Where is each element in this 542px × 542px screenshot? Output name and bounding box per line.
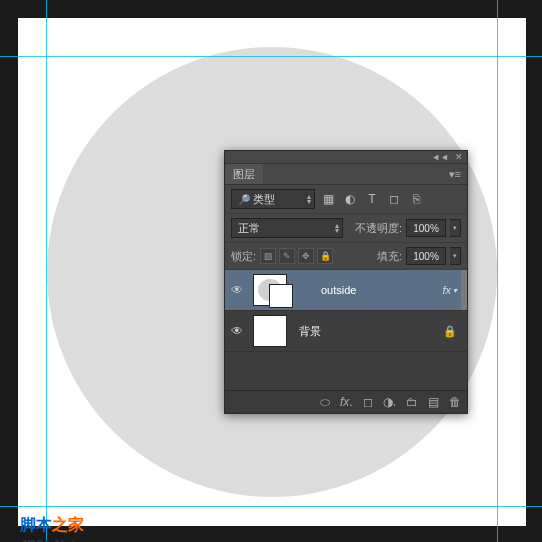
lock-label: 锁定:: [231, 249, 256, 264]
layer-name[interactable]: outside: [321, 284, 442, 296]
group-icon[interactable]: 🗀: [406, 395, 418, 409]
blend-mode-value: 正常: [238, 221, 260, 236]
new-layer-icon[interactable]: ▤: [428, 395, 439, 409]
guide-vertical-right[interactable]: [497, 0, 498, 542]
filter-shape-icon[interactable]: ◻: [385, 190, 403, 208]
layers-empty-space: [225, 352, 467, 390]
visibility-icon[interactable]: 👁: [225, 324, 249, 338]
layer-fx-indicator[interactable]: fx▾: [442, 284, 457, 296]
blend-mode-select[interactable]: 正常 ▴▾: [231, 218, 343, 238]
layers-list: 👁 outside fx▾ 👁 背景 🔒: [225, 270, 467, 390]
delete-layer-icon[interactable]: 🗑: [449, 395, 461, 409]
lock-buttons: ▨ ✎ ✥ 🔒: [260, 248, 333, 264]
filter-label: 类型: [253, 192, 275, 207]
layer-mask-icon[interactable]: ◻: [363, 395, 373, 409]
fill-label: 填充:: [377, 249, 402, 264]
search-icon: 🔎: [238, 194, 250, 205]
layer-thumbnail[interactable]: [253, 315, 287, 347]
panel-tabs: 图层 ▾≡: [225, 164, 467, 185]
adjustment-layer-icon[interactable]: ◑.: [383, 395, 396, 409]
layers-scrollbar[interactable]: [461, 270, 467, 310]
layer-style-icon[interactable]: fx.: [340, 395, 353, 409]
guide-vertical-left[interactable]: [46, 0, 47, 542]
lock-all-icon[interactable]: 🔒: [317, 248, 333, 264]
filter-pixel-icon[interactable]: ▦: [319, 190, 337, 208]
lock-transparent-icon[interactable]: ▨: [260, 248, 276, 264]
layers-panel: ◄◄ ✕ 图层 ▾≡ 🔎 类型 ▴▾ ▦ ◐ T ◻ ⎘ 正常 ▴▾ 不透明度:…: [224, 150, 468, 414]
layer-row[interactable]: 👁 outside fx▾: [225, 270, 467, 311]
guide-horizontal-bottom[interactable]: [0, 506, 542, 507]
watermark-text: 脚本之家: [20, 515, 84, 536]
filter-smart-icon[interactable]: ⎘: [407, 190, 425, 208]
layer-row[interactable]: 👁 背景 🔒: [225, 311, 467, 352]
lock-pixels-icon[interactable]: ✎: [279, 248, 295, 264]
layer-name[interactable]: 背景: [299, 324, 443, 339]
opacity-label: 不透明度:: [355, 221, 402, 236]
filter-type-icon[interactable]: T: [363, 190, 381, 208]
lock-position-icon[interactable]: ✥: [298, 248, 314, 264]
tab-layers[interactable]: 图层: [225, 164, 263, 184]
panel-header-controls: ◄◄ ✕: [225, 151, 467, 164]
filter-row: 🔎 类型 ▴▾ ▦ ◐ T ◻ ⎘: [225, 185, 467, 214]
visibility-icon[interactable]: 👁: [225, 283, 249, 297]
watermark-url: JB51.Net: [20, 537, 76, 542]
blend-row: 正常 ▴▾ 不透明度: 100% ▾: [225, 214, 467, 243]
opacity-dropdown-icon[interactable]: ▾: [450, 219, 461, 237]
filter-type-select[interactable]: 🔎 类型 ▴▾: [231, 189, 315, 209]
opacity-input[interactable]: 100%: [406, 219, 446, 237]
fill-input[interactable]: 100%: [406, 247, 446, 265]
link-layers-icon[interactable]: ⬭: [320, 395, 330, 409]
close-icon[interactable]: ✕: [455, 152, 463, 162]
panel-footer: ⬭ fx. ◻ ◑. 🗀 ▤ 🗑: [225, 390, 467, 413]
filter-adjust-icon[interactable]: ◐: [341, 190, 359, 208]
lock-row: 锁定: ▨ ✎ ✥ 🔒 填充: 100% ▾: [225, 243, 467, 270]
lock-indicator-icon: 🔒: [443, 325, 457, 338]
panel-menu-icon[interactable]: ▾≡: [443, 168, 467, 181]
collapse-icon[interactable]: ◄◄: [431, 152, 449, 162]
guide-horizontal-top[interactable]: [0, 56, 542, 57]
fill-dropdown-icon[interactable]: ▾: [450, 247, 461, 265]
layer-mask-thumbnail[interactable]: [269, 284, 293, 308]
